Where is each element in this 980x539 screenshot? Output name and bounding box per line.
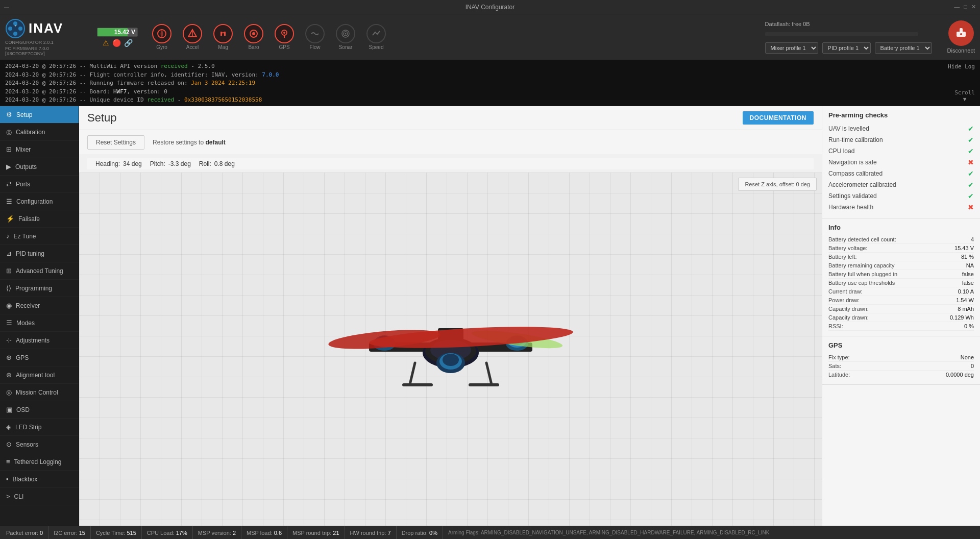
msp-version-value: 2 [233, 530, 236, 536]
minimize-btn[interactable]: — [954, 4, 960, 10]
info-cap-mah-label: Capacity drawn: [828, 306, 869, 312]
sensor-gyro[interactable]: Gyro [148, 24, 176, 50]
info-batt-voltage-label: Battery voltage: [828, 245, 867, 251]
sidebar: ⚙ Setup ◎ Calibration ⊞ Mixer ▶ Outputs … [0, 106, 79, 526]
sidebar-label-modes: Modes [16, 320, 35, 327]
sidebar-item-eztune[interactable]: ♪ Ez Tune [0, 228, 79, 245]
sidebar-item-setup[interactable]: ⚙ Setup [0, 106, 79, 124]
sidebar-item-configuration[interactable]: ☰ Configuration [0, 193, 79, 210]
window-controls[interactable]: — □ ✕ [954, 4, 976, 10]
mixer-profile-group: Mixer profile 1 [765, 42, 818, 54]
check-settings-val: Settings validated ✔ [828, 190, 974, 202]
sidebar-item-osd[interactable]: ▣ OSD [0, 401, 79, 419]
sidebar-item-adjustments[interactable]: ⊹ Adjustments [0, 332, 79, 349]
sensor-speed[interactable]: Speed [362, 24, 390, 50]
check-nav-safe-icon: ✖ [968, 158, 974, 166]
info-current-label: Current draw: [828, 288, 863, 295]
sidebar-item-tetheredlogging[interactable]: ≡ Tethered Logging [0, 453, 79, 471]
close-btn[interactable]: ✕ [971, 4, 976, 10]
sidebar-item-pidtuning[interactable]: ⊿ PID tuning [0, 245, 79, 262]
sidebar-item-receiver[interactable]: ◉ Receiver [0, 297, 79, 314]
status-msp-round-trip: MSP round trip: 21 [287, 526, 345, 539]
pid-profile-select[interactable]: PID profile 1 [822, 42, 871, 54]
drone-svg [308, 277, 594, 420]
sidebar-item-advtuning[interactable]: ⊞ Advanced Tuning [0, 262, 79, 280]
cli-icon: > [6, 493, 10, 500]
sensor-baro[interactable]: Baro [240, 24, 267, 50]
sidebar-item-ledstrip[interactable]: ◈ LED Strip [0, 419, 79, 436]
battery-profile-select[interactable]: Battery profile 1 [875, 42, 932, 54]
svg-point-18 [960, 33, 962, 35]
svg-point-3 [18, 27, 22, 31]
info-sats-val: 0 [971, 363, 974, 369]
sidebar-item-gps[interactable]: ⊕ GPS [0, 349, 79, 366]
sidebar-item-blackbox[interactable]: ▪ Blackbox [0, 471, 79, 488]
orientation-info: Heading: 34 deg Pitch: -3.3 deg Roll: 0.… [87, 158, 814, 169]
sensor-accel[interactable]: Accel [179, 24, 206, 50]
battery-status: 15.42 V ⚠ 🔴 🔗 [97, 28, 138, 47]
sidebar-item-calibration[interactable]: ◎ Calibration [0, 124, 79, 141]
reset-z-button[interactable]: Reset Z axis, offset: 0 deg [738, 178, 817, 191]
svg-point-4 [13, 21, 17, 26]
titlebar: INAV Configurator — — □ ✕ [0, 0, 980, 14]
sensor-gps[interactable]: GPS [271, 24, 298, 50]
documentation-button[interactable]: DOCUMENTATION [743, 111, 814, 125]
sidebar-item-modes[interactable]: ☰ Modes [0, 314, 79, 332]
sidebar-item-failsafe[interactable]: ⚡ Failsafe [0, 210, 79, 228]
info-sats-label: Sats: [828, 363, 841, 369]
sidebar-label-sensors: Sensors [16, 441, 38, 448]
info-latitude: Latitude: 0.0000 deg [828, 371, 974, 379]
disconnect-button[interactable]: Disconnect [947, 20, 975, 54]
reset-settings-button[interactable]: Reset Settings [87, 135, 144, 150]
sidebar-label-advtuning: Advanced Tuning [16, 267, 63, 275]
restore-text: Restore settings to default [153, 139, 226, 146]
sensor-flow[interactable]: Flow [301, 24, 329, 50]
info-cap-wh: Capacity drawn: 0.129 Wh [828, 313, 974, 322]
info-title: Info [828, 224, 974, 231]
accel-icon [183, 24, 202, 43]
receiver-icon: ◉ [6, 302, 12, 309]
sidebar-item-cli[interactable]: > CLI [0, 488, 79, 505]
battery-icon: 🔴 [112, 39, 121, 47]
speed-label: Speed [369, 44, 384, 50]
check-compass-cal-label: Compass calibrated [828, 170, 883, 177]
content-header: Setup DOCUMENTATION [79, 106, 822, 130]
arming-flags: Arming Flags: ARMING_DISABLED_NAVIGATION… [443, 530, 976, 535]
sidebar-item-mixer[interactable]: ⊞ Mixer [0, 141, 79, 158]
scroll-btn[interactable]: Scroll ▼ [954, 89, 975, 103]
maximize-btn[interactable]: □ [964, 4, 967, 10]
heading-field: Heading: 34 deg [95, 160, 142, 167]
tetheredlogging-icon: ≡ [6, 458, 10, 465]
info-latitude-label: Latitude: [828, 372, 850, 378]
heading-value: 34 deg [123, 160, 142, 167]
sidebar-item-outputs[interactable]: ▶ Outputs [0, 158, 79, 176]
ports-icon: ⇄ [6, 180, 12, 188]
mixer-profile-select[interactable]: Mixer profile 1 [765, 42, 818, 54]
battery-voltage: 15.42 V [114, 29, 135, 36]
log-line-4: 2024-03-20 @ 20:57:26 -- Board: HWF7, ve… [5, 88, 975, 96]
hide-log-btn[interactable]: Hide Log [948, 63, 975, 70]
sidebar-item-sensors[interactable]: ⊙ Sensors [0, 436, 79, 453]
sidebar-item-programming[interactable]: ⟨⟩ Programming [0, 280, 79, 297]
mag-icon [213, 24, 233, 43]
sensor-mag[interactable]: Mag [209, 24, 237, 50]
status-msp-load: MSP load: 0.6 [241, 526, 287, 539]
log-line-1: 2024-03-20 @ 20:57:26 -- MultiWii API ve… [5, 62, 975, 71]
eztune-icon: ♪ [6, 232, 10, 240]
info-current-val: 0.10 A [958, 288, 974, 295]
sidebar-label-programming: Programming [15, 285, 52, 292]
gps-label: GPS [279, 44, 289, 50]
sidebar-item-missioncontrol[interactable]: ◎ Mission Control [0, 384, 79, 401]
sidebar-item-ports[interactable]: ⇄ Ports [0, 176, 79, 193]
check-hw-health: Hardware health ✖ [828, 202, 974, 213]
sensor-sonar[interactable]: Sonar [332, 24, 359, 50]
info-rssi-label: RSSI: [828, 323, 843, 329]
sidebar-label-blackbox: Blackbox [13, 476, 38, 483]
app-title: INAV Configurator [465, 4, 515, 11]
svg-rect-38 [402, 383, 433, 386]
sidebar-label-receiver: Receiver [16, 302, 40, 309]
check-accel-cal: Accelerometer calibrated ✔ [828, 179, 974, 190]
pre-arming-title: Pre-arming checks [828, 111, 974, 119]
sidebar-item-alignmenttool[interactable]: ⊛ Alignment tool [0, 366, 79, 384]
info-rssi-val: 0 % [964, 323, 974, 329]
